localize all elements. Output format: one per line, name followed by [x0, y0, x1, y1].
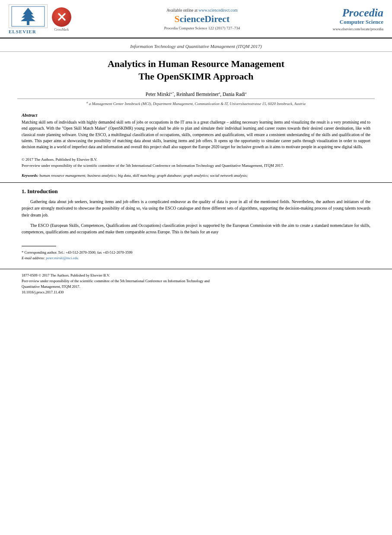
bottom-issn: 1877-0509 © 2017 The Authors. Published … [22, 273, 370, 278]
elsevier-logo: ELSEVIER [9, 4, 48, 34]
procedia-subtitle: Computer Science [333, 19, 383, 25]
svg-rect-1 [27, 21, 29, 25]
copyright-line1: © 2017 The Authors. Published by Elsevie… [22, 157, 370, 163]
journal-info: Procedia Computer Science 122 (2017) 727… [71, 26, 333, 30]
procedia-title: Procedia [333, 7, 383, 19]
footnote-divider [22, 246, 56, 246]
svg-marker-4 [21, 15, 35, 21]
footnote-corresponding: * Corresponding author. Tel.: +43-512-20… [22, 250, 370, 255]
crossmark-area: CrossMark [52, 7, 71, 32]
bottom-quantitative: Quantitative Management, ITQM 2017. [22, 284, 370, 290]
authors-section: Peter Mirskia,*, Reinhard Bernsteinera, … [0, 89, 392, 108]
copyright-section: © 2017 The Authors. Published by Elsevie… [0, 154, 392, 171]
crossmark-label: CrossMark [54, 28, 69, 32]
abstract-text: Matching skill sets of individuals with … [22, 119, 370, 150]
authors-names: Peter Mirskia,*, Reinhard Bernsteinera, … [17, 91, 375, 97]
paper-title-section: Analytics in Human Resource Management T… [0, 52, 392, 89]
keywords-values: human resource management; business anal… [39, 173, 248, 178]
abstract-section: Abstract Matching skill sets of individu… [0, 108, 392, 154]
logos-left: ELSEVIER CrossMark [9, 4, 71, 34]
conference-section: Information Technology and Quantitative … [0, 38, 392, 52]
procedia-website: www.elsevier.com/locate/procedia [333, 27, 383, 31]
elsevier-label: ELSEVIER [9, 29, 36, 34]
procedia-logo: Procedia Computer Science www.elsevier.c… [333, 7, 383, 31]
keywords-text: Keywords: human resource management; bus… [22, 173, 370, 179]
footnote-section: * Corresponding author. Tel.: +43-512-20… [0, 249, 392, 264]
available-online-text: Available online at www.sciencedirect.co… [71, 8, 333, 13]
header-center: Available online at www.sciencedirect.co… [71, 8, 333, 30]
intro-paragraph2: The ESCO (European Skills, Competences, … [22, 222, 370, 236]
copyright-line2: Peer-review under responsibility of the … [22, 163, 370, 169]
intro-heading: 1. Introduction [22, 188, 370, 195]
bottom-peer-review: Peer-review under responsibility of the … [22, 278, 370, 284]
sciencedirect-link[interactable]: www.sciencedirect.com [198, 8, 238, 13]
header: ELSEVIER CrossMark Available online at w… [0, 0, 392, 38]
affiliation: a a Management Center Innsbruck (MCI), D… [17, 99, 375, 106]
abstract-label: Abstract [22, 113, 370, 118]
bottom-bar: 1877-0509 © 2017 The Authors. Published … [0, 269, 392, 299]
intro-paragraph1: Gathering data about job seekers, learni… [22, 198, 370, 219]
keywords-section: Keywords: human resource management; bus… [0, 171, 392, 183]
sciencedirect-logo: ScienceDirect [71, 13, 333, 25]
introduction-section: 1. Introduction Gathering data about job… [0, 183, 392, 242]
footnote-email-link[interactable]: peter.mirski@mci.edu. [46, 256, 79, 260]
keywords-label: Keywords: [22, 173, 38, 178]
crossmark-icon [52, 7, 71, 27]
footnote-email: E-mail address: peter.mirski@mci.edu. [22, 255, 370, 261]
page: ELSEVIER CrossMark Available online at w… [0, 0, 392, 535]
paper-main-title: Analytics in Human Resource Management T… [17, 58, 375, 83]
conference-title: Information Technology and Quantitative … [13, 44, 379, 49]
bottom-doi: 10.1016/j.procs.2017.11.430 [22, 290, 370, 295]
